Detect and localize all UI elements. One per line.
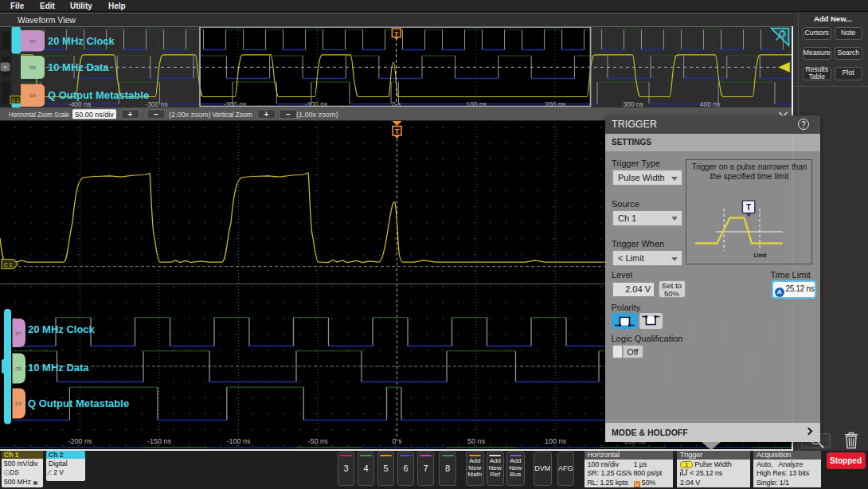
svg-text:+: +: [128, 110, 133, 119]
svg-text:Q Output Metastable: Q Output Metastable: [28, 397, 129, 409]
svg-text:C 1: C 1: [12, 98, 20, 103]
svg-text:(2.00x zoom): (2.00x zoom): [169, 111, 211, 119]
svg-text:T: T: [395, 127, 400, 135]
svg-text:50 ns: 50 ns: [467, 437, 486, 445]
svg-text:-200 ns: -200 ns: [224, 100, 246, 108]
svg-text:100 ns: 100 ns: [466, 100, 487, 108]
svg-text:‹›: ‹›: [3, 65, 7, 70]
svg-text:C 1: C 1: [4, 262, 13, 268]
svg-text:20 MHz Clock: 20 MHz Clock: [48, 35, 115, 47]
svg-text:−: −: [286, 110, 291, 119]
svg-text:D5: D5: [29, 65, 36, 70]
svg-text:-150 ns: -150 ns: [147, 437, 172, 445]
svg-text:10 MHz Data: 10 MHz Data: [28, 362, 89, 374]
svg-text:300 ns: 300 ns: [623, 100, 643, 108]
svg-text:-400 ns: -400 ns: [68, 100, 91, 108]
svg-text:400 ns: 400 ns: [700, 100, 721, 108]
svg-text:D7: D7: [15, 331, 22, 336]
svg-text:-100 ns: -100 ns: [226, 437, 251, 445]
svg-text:D3: D3: [29, 93, 36, 98]
svg-text:Vertical Zoom: Vertical Zoom: [213, 111, 252, 119]
svg-text:20 MHz Clock: 20 MHz Clock: [28, 323, 96, 335]
svg-text:Q Output Metastable: Q Output Metastable: [48, 89, 149, 101]
svg-text:50.00 ns/div: 50.00 ns/div: [75, 111, 114, 119]
svg-text:0 s: 0 s: [392, 100, 401, 108]
svg-text:-100 ns: -100 ns: [305, 100, 327, 108]
svg-text:100 ns: 100 ns: [545, 437, 567, 445]
svg-text:-50 ns: -50 ns: [307, 437, 328, 445]
svg-text:-200 ns: -200 ns: [68, 437, 92, 445]
svg-text:+: +: [264, 110, 269, 119]
svg-text:-300 ns: -300 ns: [145, 100, 167, 108]
svg-text:Limit: Limit: [753, 252, 767, 258]
svg-text:200 ns: 200 ns: [545, 100, 565, 108]
svg-text:10 MHz Data: 10 MHz Data: [48, 61, 109, 73]
svg-text:T: T: [746, 203, 751, 212]
svg-text:Trigger on a pulse narrower th: Trigger on a pulse narrower than: [692, 162, 807, 171]
svg-text:Horizontal Zoom Scale: Horizontal Zoom Scale: [9, 111, 69, 119]
svg-text:D3: D3: [15, 401, 22, 406]
svg-text:the specified time limit: the specified time limit: [710, 172, 789, 181]
svg-text:−: −: [154, 110, 158, 119]
svg-text:0 s: 0 s: [392, 437, 402, 445]
svg-text:D5: D5: [15, 366, 22, 371]
svg-text:T: T: [394, 30, 398, 37]
svg-text:(1.00x zoom): (1.00x zoom): [296, 111, 338, 119]
svg-text:D7: D7: [29, 39, 36, 44]
